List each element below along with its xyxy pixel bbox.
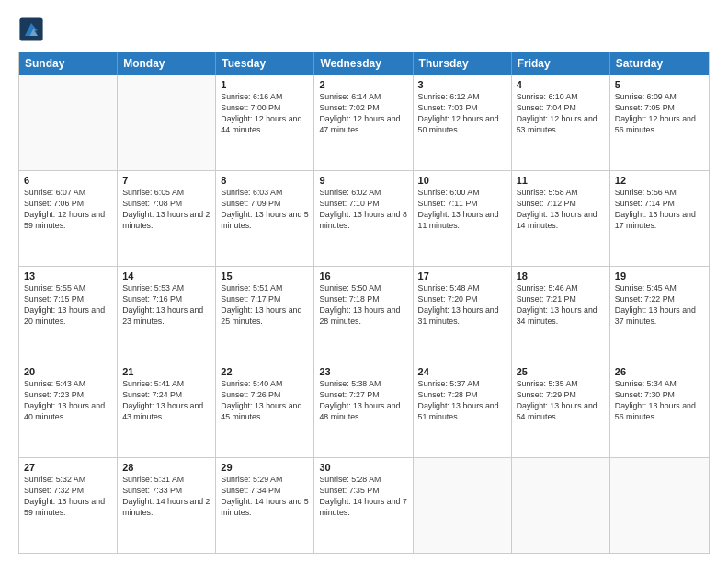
day-number: 8 — [221, 175, 309, 186]
calendar-cell: 8Sunrise: 6:03 AM Sunset: 7:09 PM Daylig… — [216, 171, 314, 266]
day-number: 21 — [122, 366, 210, 377]
weekday-header: Wednesday — [314, 52, 413, 75]
calendar-cell: 12Sunrise: 5:56 AM Sunset: 7:14 PM Dayli… — [610, 171, 709, 266]
cell-text: Sunrise: 5:31 AM Sunset: 7:33 PM Dayligh… — [122, 475, 210, 519]
calendar-cell — [118, 75, 216, 170]
day-number: 11 — [517, 175, 605, 186]
calendar-body: 1Sunrise: 6:16 AM Sunset: 7:00 PM Daylig… — [19, 75, 709, 553]
calendar-cell — [610, 458, 709, 553]
cell-text: Sunrise: 6:02 AM Sunset: 7:10 PM Dayligh… — [319, 188, 407, 232]
day-number: 18 — [517, 270, 605, 282]
cell-text: Sunrise: 6:16 AM Sunset: 7:00 PM Dayligh… — [221, 92, 309, 136]
cell-text: Sunrise: 5:56 AM Sunset: 7:14 PM Dayligh… — [615, 188, 704, 232]
day-number: 29 — [221, 462, 309, 473]
day-number: 1 — [221, 79, 309, 90]
day-number: 14 — [122, 270, 210, 282]
calendar-cell: 27Sunrise: 5:32 AM Sunset: 7:32 PM Dayli… — [19, 458, 118, 553]
cell-text: Sunrise: 5:40 AM Sunset: 7:26 PM Dayligh… — [221, 379, 309, 423]
day-number: 4 — [517, 79, 605, 90]
calendar-cell: 17Sunrise: 5:48 AM Sunset: 7:20 PM Dayli… — [414, 267, 512, 362]
cell-text: Sunrise: 5:28 AM Sunset: 7:35 PM Dayligh… — [319, 475, 407, 519]
calendar-cell: 18Sunrise: 5:46 AM Sunset: 7:21 PM Dayli… — [512, 267, 610, 362]
header — [18, 17, 710, 42]
calendar-cell: 6Sunrise: 6:07 AM Sunset: 7:06 PM Daylig… — [19, 171, 118, 266]
day-number: 22 — [221, 366, 309, 377]
day-number: 10 — [418, 175, 506, 186]
day-number: 3 — [418, 79, 506, 90]
cell-text: Sunrise: 5:38 AM Sunset: 7:27 PM Dayligh… — [319, 379, 407, 423]
calendar-cell: 2Sunrise: 6:14 AM Sunset: 7:02 PM Daylig… — [314, 75, 413, 170]
weekday-header: Friday — [512, 52, 610, 75]
weekday-header: Tuesday — [216, 52, 314, 75]
calendar-cell: 21Sunrise: 5:41 AM Sunset: 7:24 PM Dayli… — [118, 362, 216, 457]
calendar-cell: 22Sunrise: 5:40 AM Sunset: 7:26 PM Dayli… — [216, 362, 314, 457]
cell-text: Sunrise: 6:14 AM Sunset: 7:02 PM Dayligh… — [319, 92, 407, 136]
calendar-cell — [512, 458, 610, 553]
calendar-row: 13Sunrise: 5:55 AM Sunset: 7:15 PM Dayli… — [19, 266, 709, 362]
calendar-cell: 11Sunrise: 5:58 AM Sunset: 7:12 PM Dayli… — [512, 171, 610, 266]
day-number: 28 — [122, 462, 210, 473]
calendar-cell: 9Sunrise: 6:02 AM Sunset: 7:10 PM Daylig… — [314, 171, 413, 266]
calendar-cell: 1Sunrise: 6:16 AM Sunset: 7:00 PM Daylig… — [216, 75, 314, 170]
day-number: 30 — [319, 462, 407, 473]
cell-text: Sunrise: 6:03 AM Sunset: 7:09 PM Dayligh… — [221, 188, 309, 232]
day-number: 19 — [615, 270, 704, 282]
day-number: 5 — [615, 79, 704, 90]
weekday-header: Sunday — [19, 52, 118, 75]
calendar-row: 20Sunrise: 5:43 AM Sunset: 7:23 PM Dayli… — [19, 362, 709, 457]
calendar-cell: 5Sunrise: 6:09 AM Sunset: 7:05 PM Daylig… — [610, 75, 709, 170]
calendar-cell: 4Sunrise: 6:10 AM Sunset: 7:04 PM Daylig… — [512, 75, 610, 170]
calendar-cell — [414, 458, 512, 553]
cell-text: Sunrise: 5:50 AM Sunset: 7:18 PM Dayligh… — [319, 283, 407, 327]
calendar-cell: 19Sunrise: 5:45 AM Sunset: 7:22 PM Dayli… — [610, 267, 709, 362]
day-number: 2 — [319, 79, 407, 90]
calendar-row: 6Sunrise: 6:07 AM Sunset: 7:06 PM Daylig… — [19, 170, 709, 266]
calendar-cell — [19, 75, 118, 170]
calendar-cell: 20Sunrise: 5:43 AM Sunset: 7:23 PM Dayli… — [19, 362, 118, 457]
calendar-row: 27Sunrise: 5:32 AM Sunset: 7:32 PM Dayli… — [19, 457, 709, 553]
cell-text: Sunrise: 6:10 AM Sunset: 7:04 PM Dayligh… — [517, 92, 605, 136]
calendar-cell: 3Sunrise: 6:12 AM Sunset: 7:03 PM Daylig… — [414, 75, 512, 170]
calendar-cell: 25Sunrise: 5:35 AM Sunset: 7:29 PM Dayli… — [512, 362, 610, 457]
calendar-cell: 26Sunrise: 5:34 AM Sunset: 7:30 PM Dayli… — [610, 362, 709, 457]
day-number: 15 — [221, 270, 309, 282]
day-number: 20 — [24, 366, 112, 377]
cell-text: Sunrise: 6:05 AM Sunset: 7:08 PM Dayligh… — [122, 188, 210, 232]
day-number: 6 — [24, 175, 112, 186]
cell-text: Sunrise: 5:35 AM Sunset: 7:29 PM Dayligh… — [517, 379, 605, 423]
cell-text: Sunrise: 5:48 AM Sunset: 7:20 PM Dayligh… — [418, 283, 506, 327]
weekday-header: Monday — [118, 52, 216, 75]
calendar-row: 1Sunrise: 6:16 AM Sunset: 7:00 PM Daylig… — [19, 75, 709, 170]
cell-text: Sunrise: 5:46 AM Sunset: 7:21 PM Dayligh… — [517, 283, 605, 327]
calendar-cell: 24Sunrise: 5:37 AM Sunset: 7:28 PM Dayli… — [414, 362, 512, 457]
cell-text: Sunrise: 5:45 AM Sunset: 7:22 PM Dayligh… — [615, 283, 704, 327]
weekday-header: Thursday — [414, 52, 512, 75]
logo-icon — [18, 17, 44, 42]
day-number: 12 — [615, 175, 704, 186]
calendar: SundayMondayTuesdayWednesdayThursdayFrid… — [18, 52, 710, 554]
calendar-cell: 23Sunrise: 5:38 AM Sunset: 7:27 PM Dayli… — [314, 362, 413, 457]
calendar-cell: 15Sunrise: 5:51 AM Sunset: 7:17 PM Dayli… — [216, 267, 314, 362]
calendar-cell: 10Sunrise: 6:00 AM Sunset: 7:11 PM Dayli… — [414, 171, 512, 266]
calendar-cell: 28Sunrise: 5:31 AM Sunset: 7:33 PM Dayli… — [118, 458, 216, 553]
calendar-cell: 30Sunrise: 5:28 AM Sunset: 7:35 PM Dayli… — [314, 458, 413, 553]
day-number: 17 — [418, 270, 506, 282]
weekday-header: Saturday — [610, 52, 709, 75]
cell-text: Sunrise: 5:37 AM Sunset: 7:28 PM Dayligh… — [418, 379, 506, 423]
calendar-cell: 14Sunrise: 5:53 AM Sunset: 7:16 PM Dayli… — [118, 267, 216, 362]
cell-text: Sunrise: 5:34 AM Sunset: 7:30 PM Dayligh… — [615, 379, 704, 423]
calendar-cell: 7Sunrise: 6:05 AM Sunset: 7:08 PM Daylig… — [118, 171, 216, 266]
calendar-cell: 13Sunrise: 5:55 AM Sunset: 7:15 PM Dayli… — [19, 267, 118, 362]
day-number: 23 — [319, 366, 407, 377]
day-number: 26 — [615, 366, 704, 377]
cell-text: Sunrise: 6:09 AM Sunset: 7:05 PM Dayligh… — [615, 92, 704, 136]
logo — [18, 17, 46, 42]
page: SundayMondayTuesdayWednesdayThursdayFrid… — [0, 0, 728, 563]
day-number: 24 — [418, 366, 506, 377]
cell-text: Sunrise: 5:51 AM Sunset: 7:17 PM Dayligh… — [221, 283, 309, 327]
day-number: 9 — [319, 175, 407, 186]
calendar-cell: 16Sunrise: 5:50 AM Sunset: 7:18 PM Dayli… — [314, 267, 413, 362]
cell-text: Sunrise: 5:53 AM Sunset: 7:16 PM Dayligh… — [122, 283, 210, 327]
day-number: 13 — [24, 270, 112, 282]
cell-text: Sunrise: 6:07 AM Sunset: 7:06 PM Dayligh… — [24, 188, 112, 232]
